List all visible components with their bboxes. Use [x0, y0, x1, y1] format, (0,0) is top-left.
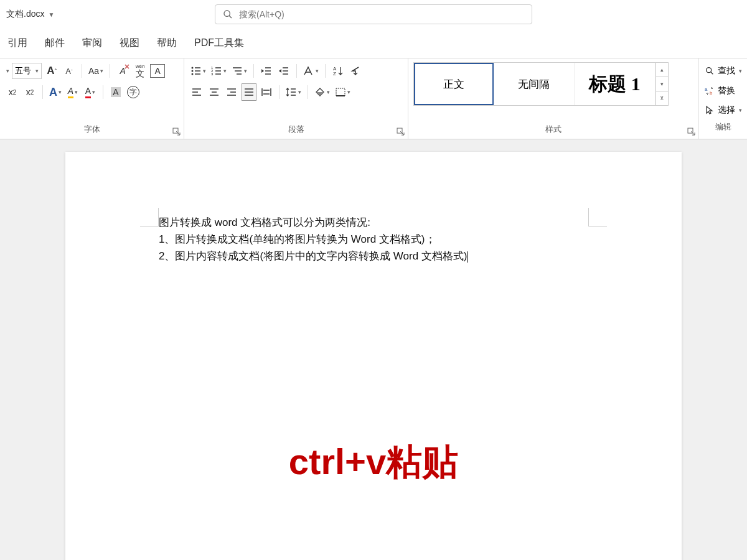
styles-dialog-launcher-icon[interactable]: [687, 128, 696, 136]
svg-line-50: [710, 72, 713, 74]
multilevel-list-button[interactable]: ▾: [230, 62, 248, 80]
align-left-button[interactable]: [189, 83, 204, 101]
svg-rect-45: [336, 88, 345, 96]
style-normal-label: 正文: [443, 77, 464, 91]
decrease-indent-button[interactable]: [259, 62, 274, 80]
replace-label: 替换: [718, 85, 735, 96]
tab-view[interactable]: 视图: [117, 33, 142, 54]
font-color-button[interactable]: A▾: [83, 83, 98, 101]
tab-help[interactable]: 帮助: [154, 33, 179, 54]
search-icon: [223, 9, 233, 19]
ribbon: ▾ 五号 ▾ Aˆ Aˇ Aa▾ A wén文 A x2 x2 A▾ A▾: [0, 58, 747, 139]
search-box[interactable]: [215, 4, 532, 24]
highlight-button[interactable]: A▾: [65, 83, 80, 101]
borders-button[interactable]: ▾: [334, 83, 352, 101]
style-normal[interactable]: 正文: [414, 63, 494, 105]
svg-point-5: [192, 70, 194, 72]
svg-point-3: [192, 67, 194, 69]
char-shading-button[interactable]: A: [108, 83, 123, 101]
margin-mark-tl: [140, 208, 159, 226]
font-size-value: 五号: [15, 65, 31, 77]
document-dropdown-icon[interactable]: ▼: [48, 11, 54, 18]
font-family-dropdown-icon[interactable]: ▾: [6, 68, 9, 74]
font-size-select[interactable]: 五号 ▾: [12, 63, 42, 79]
find-icon: [704, 65, 715, 77]
font-group-label: 字体: [5, 124, 179, 138]
doc-line-2[interactable]: 1、图片转换成文档(单纯的将图片转换为 Word 文档格式)；: [159, 231, 588, 248]
svg-text:b: b: [710, 90, 713, 96]
ribbon-group-styles: 正文 无间隔 标题 1 ▴ ▾ ⊻ 样式: [408, 58, 699, 139]
tab-references[interactable]: 引用: [5, 33, 30, 54]
ribbon-group-edit: 查找▾ ab 替换 选择▾ 编辑: [699, 58, 747, 139]
styles-gallery: 正文 无间隔 标题 1 ▴ ▾ ⊻: [413, 62, 669, 106]
document-name: 文档.docx: [6, 9, 44, 20]
select-button[interactable]: 选择▾: [704, 101, 742, 119]
styles-group-label: 样式: [413, 124, 693, 138]
styles-scroll-down-icon[interactable]: ▾: [656, 77, 668, 91]
search-input[interactable]: [239, 9, 524, 19]
numbering-button[interactable]: 123▾: [210, 62, 228, 80]
style-heading1-label: 标题 1: [589, 72, 641, 97]
style-no-spacing[interactable]: 无间隔: [494, 63, 575, 105]
styles-scroll-up-icon[interactable]: ▴: [656, 63, 668, 77]
shading-button[interactable]: ▾: [313, 83, 331, 101]
line-spacing-button[interactable]: ▾: [284, 83, 303, 101]
replace-button[interactable]: ab 替换: [704, 82, 742, 100]
select-label: 选择: [718, 105, 735, 116]
show-marks-button[interactable]: [348, 62, 363, 80]
increase-indent-button[interactable]: [276, 62, 291, 80]
overlay-annotation: ctrl+v粘贴: [289, 438, 458, 487]
align-right-button[interactable]: [224, 83, 239, 101]
paragraph-dialog-launcher-icon[interactable]: [397, 128, 405, 136]
svg-text:a: a: [705, 86, 708, 92]
chevron-down-icon: ▾: [35, 68, 39, 74]
ribbon-group-paragraph: ▾ 123▾ ▾ ▾ AZ ▾ ▾: [184, 58, 408, 139]
svg-line-1: [229, 16, 232, 18]
svg-point-7: [192, 73, 194, 75]
align-center-button[interactable]: [207, 83, 222, 101]
document-canvas[interactable]: 图片转换成 word 文档格式可以分为两类情况: 1、图片转换成文档(单纯的将图…: [0, 139, 747, 560]
shrink-font-button[interactable]: Aˇ: [62, 62, 77, 80]
tab-pdf-tools[interactable]: PDF工具集: [192, 33, 247, 54]
phonetic-guide-button[interactable]: wén文: [133, 62, 148, 80]
clear-format-button[interactable]: A: [115, 62, 130, 80]
enclose-char-button[interactable]: 字: [126, 83, 141, 101]
svg-text:Z: Z: [333, 71, 336, 76]
ribbon-tabs: 引用 邮件 审阅 视图 帮助 PDF工具集: [0, 29, 747, 58]
ribbon-group-font: ▾ 五号 ▾ Aˆ Aˇ Aa▾ A wén文 A x2 x2 A▾ A▾: [0, 58, 184, 139]
distribute-button[interactable]: [259, 83, 274, 101]
font-dialog-launcher-icon[interactable]: [172, 128, 181, 136]
text-cursor: [467, 251, 468, 263]
doc-line-1[interactable]: 图片转换成 word 文档格式可以分为两类情况:: [159, 214, 588, 231]
paragraph-group-label: 段落: [189, 124, 403, 138]
find-button[interactable]: 查找▾: [704, 62, 742, 80]
text-effects-button[interactable]: A▾: [48, 83, 63, 101]
page[interactable]: 图片转换成 word 文档格式可以分为两类情况: 1、图片转换成文档(单纯的将图…: [65, 152, 682, 560]
justify-button[interactable]: [242, 83, 256, 101]
tab-mailings[interactable]: 邮件: [42, 33, 67, 54]
doc-line-3-text: 2、图片内容转成文档(将图片中的文字内容转换成 Word 文档格式): [159, 250, 467, 262]
styles-more-icon[interactable]: ⊻: [656, 91, 668, 105]
document-body[interactable]: 图片转换成 word 文档格式可以分为两类情况: 1、图片转换成文档(单纯的将图…: [159, 214, 588, 265]
superscript-button[interactable]: x2: [22, 83, 37, 101]
svg-text:3: 3: [211, 72, 214, 76]
sort-button[interactable]: AZ: [331, 62, 345, 80]
styles-scroll: ▴ ▾ ⊻: [655, 63, 668, 105]
style-heading1[interactable]: 标题 1: [575, 63, 655, 105]
tab-review[interactable]: 审阅: [80, 33, 105, 54]
bullets-button[interactable]: ▾: [189, 62, 207, 80]
change-case-button[interactable]: Aa▾: [87, 62, 105, 80]
asian-layout-button[interactable]: ▾: [302, 62, 320, 80]
svg-point-0: [224, 11, 230, 16]
margin-mark-tr: [588, 208, 607, 226]
doc-line-3[interactable]: 2、图片内容转成文档(将图片中的文字内容转换成 Word 文档格式): [159, 248, 588, 264]
titlebar: 文档.docx ▼: [0, 0, 747, 29]
char-border-button[interactable]: A: [150, 64, 165, 78]
grow-font-button[interactable]: Aˆ: [44, 62, 59, 80]
select-icon: [704, 105, 715, 116]
subscript-button[interactable]: x2: [5, 83, 20, 101]
edit-group-label: 编辑: [704, 121, 742, 135]
find-label: 查找: [718, 65, 735, 77]
replace-icon: ab: [704, 85, 715, 96]
style-nospacing-label: 无间隔: [518, 77, 550, 91]
